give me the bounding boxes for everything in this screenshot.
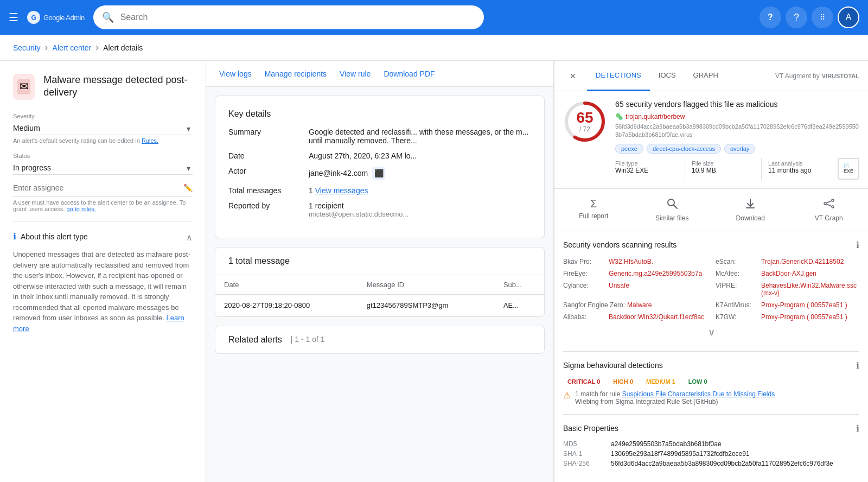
sigma-warn-icon: ⚠ — [563, 390, 571, 401]
about-chevron-icon[interactable]: ∧ — [186, 232, 193, 243]
vendor-mcafee: McAfee: BackDoor-AXJ.gen — [716, 269, 859, 278]
full-report-icon: Σ — [590, 198, 597, 210]
support-button[interactable]: ? — [760, 7, 781, 28]
vendor-bkav: Bkav Pro: W32.HfsAutoB. — [563, 257, 707, 267]
sha256-label: SHA-256 — [563, 460, 607, 467]
sigma-section: Sigma behavioural detections ℹ CRITICAL … — [563, 351, 859, 405]
breadcrumb: Security › Alert center › Alert details — [0, 35, 868, 61]
md5-value: a249e25995503b7a5bdab3b681bf0ae — [611, 440, 859, 448]
sigma-badges: CRITICAL 0 HIGH 0 MEDIUM 1 LOW 0 — [563, 377, 859, 386]
basic-props-header: Basic Properties ℹ — [563, 423, 859, 434]
severity-select-wrapper: Medium ▾ — [13, 122, 193, 135]
breadcrumb-current: Alert details — [103, 43, 143, 52]
vendors-info-icon[interactable]: ℹ — [856, 240, 859, 250]
download-pdf-link[interactable]: Download PDF — [384, 69, 435, 78]
vendor-k7antivirus: K7AntiVirus: Proxy-Program ( 00557ea51 ) — [716, 300, 859, 310]
basic-props-info-icon[interactable]: ℹ — [856, 423, 859, 434]
menu-icon[interactable]: ☰ — [9, 11, 18, 24]
topbar-actions: ? ? ⠿ A — [760, 7, 859, 28]
about-title-row: ℹ About this alert type — [13, 231, 88, 242]
assignee-input[interactable] — [13, 183, 183, 192]
tag-overlay[interactable]: overlay — [724, 144, 755, 154]
tag-cpu[interactable]: direct-cpu-clock-access — [647, 144, 721, 154]
vendor-cylance: Cylance: Unsafe — [563, 281, 707, 298]
severity-rules-link[interactable]: Rules. — [142, 137, 158, 144]
help-button[interactable]: ? — [786, 7, 807, 28]
about-section: ℹ About this alert type ∧ Unopened messa… — [13, 221, 193, 334]
vt-file-size: File size 10.9 MB — [685, 158, 762, 180]
severity-select[interactable]: Medium — [13, 122, 193, 135]
vt-graph-label: VT Graph — [815, 214, 843, 222]
status-select[interactable]: In progress — [13, 161, 193, 175]
avatar[interactable]: A — [838, 7, 859, 28]
full-report-button[interactable]: Σ Full report — [554, 193, 633, 226]
status-select-wrapper: In progress ▾ — [13, 161, 193, 175]
search-input[interactable] — [120, 12, 475, 22]
sigma-rule-link[interactable]: Suspicious File Characteristics Due to M… — [622, 390, 775, 398]
svg-point-9 — [824, 202, 826, 205]
sigma-title: Sigma behavioural detections — [563, 361, 663, 370]
related-alerts-header: Related alerts | 1 - 1 of 1 — [228, 335, 531, 345]
center-panel: View logs Manage recipients View rule Do… — [206, 61, 553, 482]
actor-row: Actor jane@ink-42.com ⬛ — [228, 167, 531, 180]
about-header[interactable]: ℹ About this alert type ∧ — [13, 230, 193, 243]
reported-by-label: Reported by — [228, 201, 304, 210]
status-label: Status — [13, 153, 193, 159]
view-rule-link[interactable]: View rule — [340, 69, 371, 78]
edit-icon[interactable]: ✏️ — [183, 183, 193, 192]
similar-files-button[interactable]: Similar files — [633, 193, 712, 226]
go-to-roles-link[interactable]: go to roles. — [66, 206, 95, 212]
vt-malware-name: 🦠 trojan.qukart/berbew — [615, 113, 859, 120]
related-alerts-section: Related alerts | 1 - 1 of 1 — [215, 326, 545, 354]
table-header-row: Date Message ID Sub... — [215, 275, 544, 295]
tab-detections[interactable]: DETECTIONS — [587, 61, 650, 91]
full-report-label: Full report — [579, 212, 608, 220]
view-logs-link[interactable]: View logs — [219, 69, 252, 78]
vt-graph-button[interactable]: VT Graph — [790, 193, 869, 226]
related-alerts-count: | 1 - 1 of 1 — [291, 335, 325, 345]
total-messages-value: 1 View messages — [309, 186, 531, 195]
vendors-section: Security vendors scanning results ℹ Bkav… — [563, 240, 859, 343]
row-message-id: gt123456789SMTP3@gm — [358, 295, 495, 316]
manage-recipients-link[interactable]: Manage recipients — [265, 69, 327, 78]
messages-header: 1 total message — [215, 248, 544, 275]
sigma-info-icon[interactable]: ℹ — [856, 360, 859, 371]
col-date: Date — [215, 275, 358, 295]
vt-body: 65 / 72 65 security vendors flagged this… — [554, 91, 868, 482]
vt-score: 65 / 72 — [576, 110, 593, 133]
close-button[interactable]: ✕ — [563, 66, 583, 86]
search-bar[interactable]: 🔍 — [93, 5, 484, 29]
table-row[interactable]: 2020-08-27T09:18:20-0800 gt123456789SMTP… — [215, 295, 544, 316]
apps-button[interactable]: ⠿ — [812, 7, 833, 28]
total-messages-label: Total messages — [228, 186, 304, 195]
vt-summary-text: 65 security vendors flagged this file as… — [615, 100, 859, 180]
tab-iocs[interactable]: IOCS — [650, 61, 685, 91]
view-messages-link[interactable]: View messages — [315, 186, 368, 195]
col-subject: Sub... — [495, 275, 544, 295]
sigma-critical: CRITICAL 0 — [563, 377, 604, 386]
download-button[interactable]: Download — [711, 193, 790, 226]
sigma-match: ⚠ 1 match for rule Suspicious File Chara… — [563, 390, 859, 405]
actor-value-row: jane@ink-42.com ⬛ — [309, 167, 531, 180]
vendor-fireeye: FireEye: Generic.mg.a249e25995503b7a — [563, 269, 707, 278]
tag-peexe[interactable]: peexe — [615, 144, 643, 154]
similar-files-label: Similar files — [655, 214, 688, 222]
breadcrumb-alert-center[interactable]: Alert center — [53, 43, 92, 52]
svg-point-6 — [668, 199, 674, 206]
expand-vendors-icon[interactable]: ∨ — [563, 322, 859, 343]
vendor-escan: eScan: Trojan.GenericKD.42118502 — [716, 257, 859, 267]
actor-badge[interactable]: ⬛ — [372, 167, 385, 180]
date-row: Date August 27th, 2020, 6:23 AM lo... — [228, 151, 531, 160]
sha1-value: 130695e293a18f74899d5895a1732fcdfb2ece91 — [611, 450, 859, 458]
alert-title: Malware message detected post-delivery — [43, 74, 193, 99]
svg-line-7 — [674, 205, 677, 208]
vendor-sangfor: Sangfor Engine Zero: Malware — [563, 300, 707, 310]
vendor-alibaba: Alibaba: Backdoor:Win32/Qukart.f1ecf8ac — [563, 312, 707, 322]
svg-line-13 — [826, 204, 832, 206]
breadcrumb-security[interactable]: Security — [13, 43, 41, 52]
total-messages-row: Total messages 1 View messages — [228, 186, 531, 195]
related-alerts-title: Related alerts — [228, 335, 282, 345]
tab-graph[interactable]: GRAPH — [685, 61, 727, 91]
severity-label: Severity — [13, 113, 193, 119]
vt-hash: 56fd3d6d4acc2a9baeaa5b3a898309cd09bcb2a5… — [615, 123, 859, 139]
